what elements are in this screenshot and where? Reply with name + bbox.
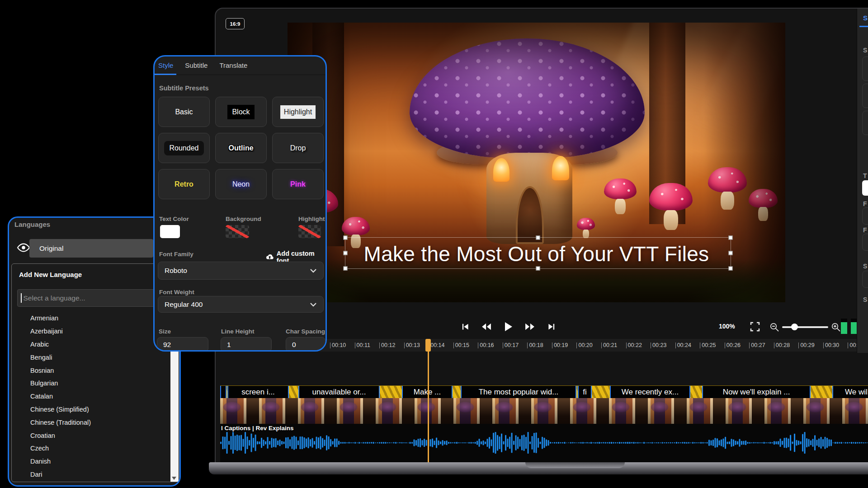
video-filmstrip-track[interactable] (220, 398, 868, 424)
language-list-item[interactable]: Croatian (9, 429, 167, 442)
tick-mark (823, 343, 824, 348)
eye-icon[interactable] (17, 243, 30, 253)
sidebar-input-cutoff[interactable] (862, 271, 868, 288)
font-family-value: Roboto (165, 267, 187, 275)
language-list-item[interactable]: Bosnian (9, 364, 167, 377)
timeline-zoom-slider-knob[interactable] (791, 324, 798, 330)
font-family-label: Font Family (159, 251, 193, 258)
zoom-in-icon[interactable] (831, 322, 841, 332)
sidebar-select-cutoff[interactable] (862, 207, 868, 225)
timeline-zoom-slider-track[interactable] (782, 326, 828, 328)
background-color-swatch[interactable] (226, 225, 249, 238)
subtitle-track[interactable]: screen i... unavailable or... Make ... T… (220, 385, 868, 399)
selection-handle[interactable] (343, 236, 347, 240)
timeline-tick: 00:10 (330, 342, 355, 348)
tick-mark (798, 343, 799, 348)
language-search-input[interactable]: Select a language... (17, 289, 174, 307)
tick-label: 00:16 (480, 342, 494, 348)
style-panel-tab[interactable]: Subtitle (185, 61, 208, 75)
language-list-item[interactable]: Bulgarian (9, 377, 167, 390)
subtitle-block[interactable]: fi (578, 386, 592, 398)
subtitle-selection-box[interactable] (345, 237, 731, 269)
pause-bars-icon[interactable] (851, 319, 857, 334)
scroll-down-icon[interactable] (172, 477, 176, 480)
style-panel-tab[interactable]: Style (158, 61, 173, 75)
language-list-item[interactable]: Czech (9, 442, 167, 455)
subtitle-block[interactable]: Make ... (402, 386, 453, 398)
sidebar-label-cutoff: F (863, 226, 867, 234)
selection-handle[interactable] (728, 236, 732, 240)
subtitle-block[interactable]: screen i... (227, 386, 289, 398)
subtitle-block[interactable]: We wil... (832, 386, 868, 398)
subtitle-presets-grid: Basic Block Highlight Rounded Outline Dr… (158, 97, 325, 199)
selection-handle[interactable] (536, 236, 540, 240)
language-list-item[interactable]: Catalan (9, 390, 167, 403)
current-language-select[interactable]: Original (29, 239, 153, 258)
preset-label: Pink (290, 180, 306, 188)
font-family-select[interactable]: Roboto (158, 262, 324, 280)
language-list-item[interactable]: Chinese (Simplified) (9, 403, 167, 416)
video-canvas[interactable]: Make the Most Out of Your VTT Files (288, 23, 785, 302)
selection-handle[interactable] (536, 267, 540, 271)
skip-end-icon[interactable] (547, 320, 557, 333)
preset-button[interactable]: Rounded (158, 133, 210, 163)
language-list-item[interactable]: Dari (9, 468, 167, 481)
playhead-handle[interactable] (425, 339, 431, 352)
pause-bars-icon[interactable] (841, 319, 847, 334)
language-list-item[interactable]: Azerbaijani (9, 325, 167, 338)
text-color-swatch[interactable] (160, 225, 180, 238)
selection-handle[interactable] (728, 267, 732, 271)
font-weight-select[interactable]: Regular 400 (158, 296, 324, 313)
subtitle-block[interactable]: unavailable or... (298, 386, 380, 398)
sidebar-tab-style-cutoff[interactable]: S (863, 14, 868, 22)
language-list-item[interactable]: Arabic (9, 338, 167, 351)
preset-button[interactable]: Retro (158, 169, 210, 199)
highlight-color-swatch[interactable] (298, 225, 321, 238)
preset-button[interactable]: Outline (215, 133, 267, 163)
subtitle-block[interactable]: Now we'll explain ... (702, 386, 811, 398)
text-color-label: Text Color (159, 216, 189, 222)
fullscreen-icon[interactable] (750, 321, 760, 332)
language-list-item[interactable]: Armenian (9, 312, 167, 325)
rewind-icon[interactable] (481, 320, 491, 333)
selection-handle[interactable] (343, 251, 347, 255)
subtitle-block[interactable]: The most popular wid... (461, 386, 576, 398)
preset-button[interactable]: Block (215, 97, 267, 127)
play-icon[interactable] (503, 320, 513, 333)
tick-label: 00:28 (776, 342, 790, 348)
selection-handle[interactable] (728, 251, 732, 255)
tick-mark (478, 343, 478, 348)
sidebar-preset-cutoff[interactable] (862, 56, 868, 81)
timeline-tick: 00:17 (503, 342, 528, 348)
subtitle-block-label: We recently ex... (622, 388, 679, 397)
zoom-out-icon[interactable] (769, 322, 779, 332)
language-list-item[interactable]: Chinese (Traditional) (9, 416, 167, 429)
timeline-tick: 00:26 (725, 342, 750, 348)
preset-label: Highlight (280, 105, 316, 119)
tick-mark (453, 343, 454, 348)
size-input[interactable]: 92 (157, 337, 208, 352)
language-list-item[interactable]: Bengali (9, 351, 167, 364)
preset-button[interactable]: Drop (272, 133, 324, 163)
sidebar-preset-cutoff[interactable] (862, 84, 868, 108)
sidebar-select-cutoff[interactable] (862, 234, 868, 251)
preset-label: Drop (290, 144, 306, 152)
subtitle-block[interactable] (220, 386, 226, 398)
sidebar-preset-cutoff[interactable] (862, 111, 868, 135)
style-panel-tab[interactable]: Translate (219, 61, 247, 75)
skip-start-icon[interactable] (460, 320, 470, 333)
preset-button[interactable]: Highlight (272, 97, 324, 127)
aspect-ratio-badge[interactable]: 16:9 (226, 18, 245, 29)
sidebar-color-swatch-cutoff[interactable] (862, 180, 868, 196)
preset-button[interactable]: Neon (215, 169, 267, 199)
audio-track[interactable]: l Captions | Rev Explains (220, 424, 868, 462)
selection-handle[interactable] (343, 267, 347, 271)
preset-button[interactable]: Pink (272, 169, 324, 199)
subtitle-block[interactable]: We recently ex... (610, 386, 690, 398)
char-spacing-input[interactable]: 0 (286, 337, 326, 352)
playhead-line[interactable] (428, 340, 429, 462)
line-height-input[interactable]: 1 (221, 337, 272, 352)
language-list-item[interactable]: Danish (9, 455, 167, 468)
preset-button[interactable]: Basic (158, 97, 210, 127)
fast-forward-icon[interactable] (525, 320, 535, 333)
